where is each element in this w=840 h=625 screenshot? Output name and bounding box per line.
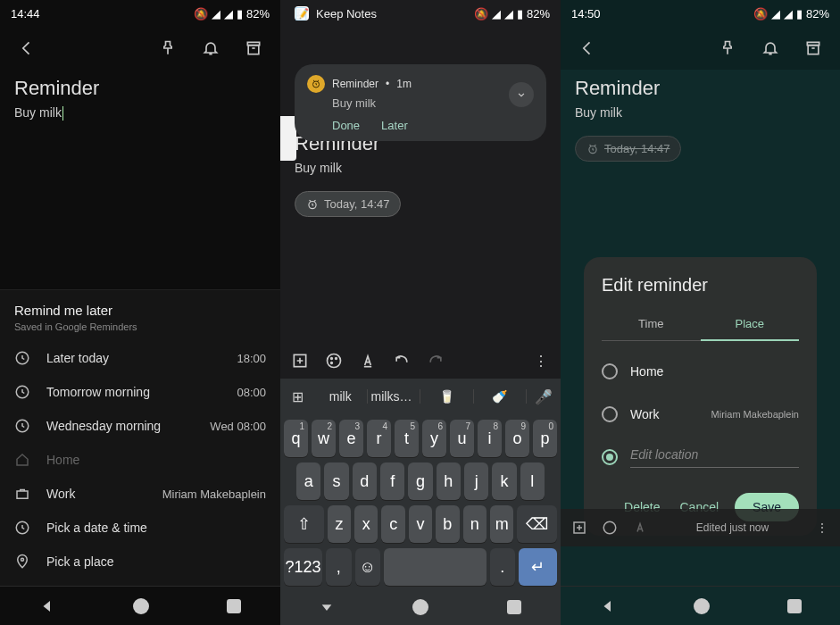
key-d[interactable]: d [353,462,377,500]
period-key[interactable]: . [490,548,516,586]
undo-icon[interactable] [393,352,411,370]
backspace-key[interactable]: ⌫ [517,505,557,543]
key-n[interactable]: n [463,505,487,543]
option-work[interactable]: Work Miriam Makebaplein [14,477,266,511]
option-pick-date-time[interactable]: Pick a date & time [14,511,266,545]
key-p[interactable]: p0 [533,420,557,457]
overflow-menu-icon[interactable]: ⋮ [817,521,829,534]
nav-recents-icon[interactable] [227,599,241,613]
archive-icon[interactable] [797,32,829,64]
nav-home-icon[interactable] [412,599,428,615]
option-pick-place[interactable]: Pick a place [14,545,266,579]
tab-time[interactable]: Time [602,308,701,341]
key-j[interactable]: j [464,462,488,500]
suggestion-emoji-2[interactable]: 🍼 [474,389,528,404]
pin-icon[interactable] [152,32,184,64]
clock: 14:50 [571,7,601,21]
option-wednesday-morning[interactable]: Wednesday morning Wed 08:00 [14,409,266,443]
pin-icon[interactable] [711,32,744,64]
notif-body: Buy milk [332,96,534,110]
add-box-icon[interactable] [291,352,309,370]
nav-home-icon[interactable] [694,598,710,614]
text-format-icon[interactable] [632,520,648,536]
reminder-chip[interactable]: Today, 14:47 [295,191,401,217]
keep-app-icon: 📝 [295,6,309,21]
edit-location-input[interactable]: Edit location [630,447,799,468]
key-h[interactable]: h [437,462,461,500]
key-k[interactable]: k [492,462,516,500]
back-button[interactable] [571,32,603,64]
key-a[interactable]: a [296,462,320,500]
radio-edit-location[interactable]: Edit location [602,436,799,479]
palette-icon[interactable] [602,520,618,536]
key-y[interactable]: y6 [422,420,446,457]
note-body-input[interactable]: Buy milk [0,104,280,130]
overflow-menu-icon[interactable]: ⋮ [534,353,550,370]
option-later-today[interactable]: Later today 18:00 [14,341,266,375]
keyboard-menu-icon[interactable]: ⊞ [280,388,314,405]
key-u[interactable]: u7 [450,420,474,457]
archive-icon[interactable] [237,32,270,64]
nav-hide-kb-icon[interactable] [320,600,334,614]
nav-home-icon[interactable] [133,598,149,614]
redo-icon[interactable] [427,352,445,370]
key-x[interactable]: x [354,505,378,543]
suggestion-1[interactable]: milk [314,389,368,404]
key-r[interactable]: r4 [367,420,391,457]
reminder-bell-icon[interactable] [754,32,786,64]
add-box-icon[interactable] [571,520,587,536]
key-m[interactable]: m [490,505,513,543]
svg-point-11 [328,354,341,368]
key-v[interactable]: v [409,505,432,543]
mic-icon[interactable]: 🎤 [527,388,561,405]
battery-percent: 82% [246,7,270,21]
symbols-key[interactable]: ?123 [284,548,322,586]
clock-icon [14,520,30,536]
comma-key[interactable]: , [326,548,352,586]
suggestion-emoji-1[interactable]: 🥛 [420,389,474,404]
radio-icon [602,363,618,379]
note-title-input[interactable]: Reminder [0,70,280,104]
note-title: Reminder [561,70,840,104]
key-z[interactable]: z [328,505,351,543]
nav-recents-icon[interactable] [507,600,521,614]
reminder-bell-icon[interactable] [195,32,227,64]
key-t[interactable]: t5 [395,420,419,457]
nav-recents-icon[interactable] [787,599,802,613]
notif-done-button[interactable]: Done [332,119,360,132]
alarm-icon [306,198,319,211]
key-l[interactable]: l [520,462,545,500]
key-i[interactable]: i8 [478,420,502,457]
key-w[interactable]: w2 [312,420,336,457]
tab-place[interactable]: Place [701,308,800,341]
note-body-input[interactable]: Buy milk [280,159,561,186]
nav-back-icon[interactable] [39,598,55,614]
expand-chevron-icon[interactable] [509,82,534,107]
shift-key[interactable]: ⇧ [284,505,324,543]
radio-icon [602,449,618,465]
text-format-icon[interactable] [359,352,377,370]
enter-key[interactable]: ↵ [519,548,557,586]
radio-home[interactable]: Home [602,350,799,393]
suggestion-2[interactable]: milkshake [368,389,421,404]
nav-back-icon[interactable] [600,598,616,614]
notif-later-button[interactable]: Later [381,119,408,132]
key-e[interactable]: e3 [339,420,363,457]
key-f[interactable]: f [380,462,404,500]
option-tomorrow-morning[interactable]: Tomorrow morning 08:00 [14,375,266,409]
nav-bar [0,586,280,625]
key-o[interactable]: o9 [505,420,529,457]
keyboard: q1w2e3r4t5y6u7i8o9p0 asdfghjkl ⇧ zxcvbnm… [280,414,561,589]
space-key[interactable] [384,548,486,586]
key-b[interactable]: b [436,505,459,543]
headsup-notification[interactable]: Reminder • 1m Buy milk Done Later [295,64,546,141]
reminder-chip[interactable]: Today, 14:47 [575,136,681,162]
key-g[interactable]: g [408,462,432,500]
key-q[interactable]: q1 [284,420,308,457]
palette-icon[interactable] [325,352,343,370]
emoji-key[interactable]: ☺ [355,548,381,586]
back-button[interactable] [11,32,43,64]
radio-work[interactable]: Work Miriam Makebaplein [602,393,799,436]
key-c[interactable]: c [381,505,404,543]
key-s[interactable]: s [324,462,348,500]
